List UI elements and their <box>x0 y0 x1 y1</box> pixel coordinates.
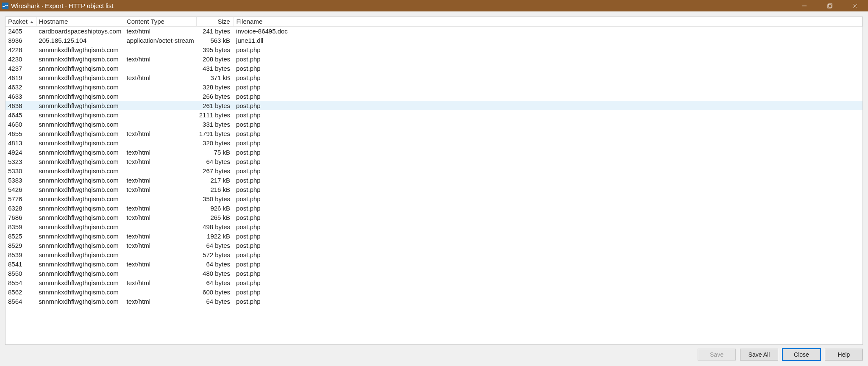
cell-packet: 5776 <box>6 194 36 203</box>
table-row[interactable]: 4228snnmnkxdhflwgthqismb.com395 bytespos… <box>6 45 862 54</box>
cell-hostname: snnmnkxdhflwgthqismb.com <box>36 92 124 101</box>
table-row[interactable]: 4655snnmnkxdhflwgthqismb.comtext/html179… <box>6 129 862 138</box>
table-row[interactable]: 6328snnmnkxdhflwgthqismb.comtext/html926… <box>6 203 862 213</box>
cell-size: 261 bytes <box>197 101 234 110</box>
cell-size: 64 bytes <box>197 259 234 269</box>
cell-hostname: snnmnkxdhflwgthqismb.com <box>36 147 124 157</box>
table-row[interactable]: 8541snnmnkxdhflwgthqismb.comtext/html64 … <box>6 259 862 269</box>
column-header-size[interactable]: Size <box>197 17 234 26</box>
cell-hostname: snnmnkxdhflwgthqismb.com <box>36 82 124 92</box>
table-row[interactable]: 5426snnmnkxdhflwgthqismb.comtext/html216… <box>6 185 862 194</box>
cell-packet: 4650 <box>6 119 36 129</box>
cell-size: 64 bytes <box>197 278 234 287</box>
cell-filename: post.php <box>234 147 862 157</box>
cell-hostname: snnmnkxdhflwgthqismb.com <box>36 222 124 231</box>
table-row[interactable]: 4924snnmnkxdhflwgthqismb.comtext/html75 … <box>6 147 862 157</box>
titlebar[interactable]: Wireshark · Export · HTTP object list <box>0 0 868 11</box>
table-row[interactable]: 8550snnmnkxdhflwgthqismb.com480 bytespos… <box>6 269 862 278</box>
cell-filename: post.php <box>234 241 862 250</box>
table-row[interactable]: 4813snnmnkxdhflwgthqismb.com320 bytespos… <box>6 138 862 147</box>
cell-filename: post.php <box>234 231 862 241</box>
cell-packet: 4638 <box>6 101 36 110</box>
cell-content-type: text/html <box>124 147 196 157</box>
cell-filename: post.php <box>234 101 862 110</box>
column-header-content-type[interactable]: Content Type <box>124 17 196 26</box>
table-row[interactable]: 4619snnmnkxdhflwgthqismb.comtext/html371… <box>6 73 862 82</box>
table-row[interactable]: 4230snnmnkxdhflwgthqismb.comtext/html208… <box>6 54 862 64</box>
cell-size: 1791 bytes <box>197 129 234 138</box>
column-header-filename[interactable]: Filename <box>234 17 862 26</box>
minimize-button[interactable] <box>792 0 817 11</box>
table-row[interactable]: 4650snnmnkxdhflwgthqismb.com331 bytespos… <box>6 119 862 129</box>
table-row[interactable]: 8562snnmnkxdhflwgthqismb.com600 bytespos… <box>6 287 862 297</box>
cell-hostname: cardboardspaceshiptoys.com <box>36 26 124 36</box>
cell-content-type <box>124 101 196 110</box>
column-header-packet[interactable]: Packet <box>6 17 36 26</box>
table-row[interactable]: 5383snnmnkxdhflwgthqismb.comtext/html217… <box>6 175 862 185</box>
cell-filename: post.php <box>234 222 862 231</box>
cell-hostname: snnmnkxdhflwgthqismb.com <box>36 175 124 185</box>
cell-hostname: snnmnkxdhflwgthqismb.com <box>36 166 124 175</box>
cell-hostname: snnmnkxdhflwgthqismb.com <box>36 194 124 203</box>
cell-filename: post.php <box>234 54 862 64</box>
table-row[interactable]: 2465cardboardspaceshiptoys.comtext/html2… <box>6 26 862 36</box>
cell-size: 64 bytes <box>197 157 234 166</box>
cell-content-type <box>124 222 196 231</box>
table-row[interactable]: 5776snnmnkxdhflwgthqismb.com350 bytespos… <box>6 194 862 203</box>
cell-size: 217 kB <box>197 175 234 185</box>
cell-packet: 8541 <box>6 259 36 269</box>
table-row[interactable]: 8525snnmnkxdhflwgthqismb.comtext/html192… <box>6 231 862 241</box>
column-header-hostname[interactable]: Hostname <box>36 17 124 26</box>
cell-content-type: text/html <box>124 129 196 138</box>
table-row[interactable]: 8529snnmnkxdhflwgthqismb.comtext/html64 … <box>6 241 862 250</box>
cell-filename: post.php <box>234 119 862 129</box>
table-row[interactable]: 7686snnmnkxdhflwgthqismb.comtext/html265… <box>6 213 862 222</box>
table-row[interactable]: 3936205.185.125.104application/octet-str… <box>6 36 862 45</box>
table-row[interactable]: 8539snnmnkxdhflwgthqismb.com572 bytespos… <box>6 250 862 259</box>
table-row[interactable]: 5330snnmnkxdhflwgthqismb.com267 bytespos… <box>6 166 862 175</box>
cell-hostname: snnmnkxdhflwgthqismb.com <box>36 54 124 64</box>
cell-size: 431 bytes <box>197 64 234 73</box>
cell-filename: post.php <box>234 185 862 194</box>
close-window-button[interactable] <box>843 0 868 11</box>
cell-content-type: text/html <box>124 26 196 36</box>
help-button[interactable]: Help <box>825 349 863 360</box>
cell-packet: 4813 <box>6 138 36 147</box>
table-row[interactable]: 8554snnmnkxdhflwgthqismb.comtext/html64 … <box>6 278 862 287</box>
table-row[interactable]: 4237snnmnkxdhflwgthqismb.com431 bytespos… <box>6 64 862 73</box>
cell-packet: 2465 <box>6 26 36 36</box>
table-row[interactable]: 8564snnmnkxdhflwgthqismb.comtext/html64 … <box>6 297 862 306</box>
cell-packet: 8529 <box>6 241 36 250</box>
cell-hostname: snnmnkxdhflwgthqismb.com <box>36 73 124 82</box>
cell-filename: post.php <box>234 278 862 287</box>
table-row[interactable]: 4645snnmnkxdhflwgthqismb.com2111 bytespo… <box>6 110 862 119</box>
table-row[interactable]: 4638snnmnkxdhflwgthqismb.com261 bytespos… <box>6 101 862 110</box>
cell-content-type <box>124 194 196 203</box>
cell-size: 216 kB <box>197 185 234 194</box>
save-all-button[interactable]: Save All <box>740 349 778 360</box>
table-row[interactable]: 8359snnmnkxdhflwgthqismb.com498 bytespos… <box>6 222 862 231</box>
cell-content-type: text/html <box>124 297 196 306</box>
cell-packet: 8539 <box>6 250 36 259</box>
cell-content-type: text/html <box>124 259 196 269</box>
cell-packet: 7686 <box>6 213 36 222</box>
cell-filename: post.php <box>234 213 862 222</box>
cell-filename: post.php <box>234 259 862 269</box>
table-row[interactable]: 5323snnmnkxdhflwgthqismb.comtext/html64 … <box>6 157 862 166</box>
cell-filename: post.php <box>234 203 862 213</box>
object-list-table-frame[interactable]: Packet Hostname Content Type Size Filena… <box>5 17 863 345</box>
cell-content-type: text/html <box>124 203 196 213</box>
cell-content-type: text/html <box>124 231 196 241</box>
maximize-button[interactable] <box>817 0 843 11</box>
cell-filename: post.php <box>234 64 862 73</box>
save-button[interactable]: Save <box>698 349 736 360</box>
cell-packet: 4655 <box>6 129 36 138</box>
svg-rect-3 <box>829 4 832 7</box>
cell-hostname: snnmnkxdhflwgthqismb.com <box>36 269 124 278</box>
table-row[interactable]: 4632snnmnkxdhflwgthqismb.com328 bytespos… <box>6 82 862 92</box>
table-row[interactable]: 4633snnmnkxdhflwgthqismb.com266 bytespos… <box>6 92 862 101</box>
cell-packet: 5323 <box>6 157 36 166</box>
close-button[interactable]: Close <box>782 349 821 360</box>
cell-size: 267 bytes <box>197 166 234 175</box>
cell-hostname: snnmnkxdhflwgthqismb.com <box>36 119 124 129</box>
